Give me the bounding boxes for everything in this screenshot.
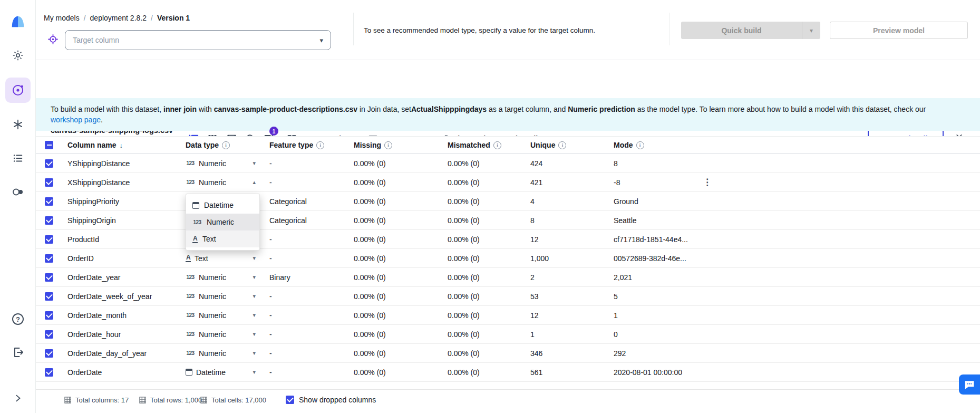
show-dropped-checkbox[interactable] [286,396,294,404]
data-type-select[interactable]: Datetime ▾ [186,368,264,377]
breadcrumb-item[interactable]: My models [44,14,80,22]
info-icon[interactable] [636,141,644,149]
header-missing: Missing [348,141,442,149]
info-icon[interactable] [316,141,324,149]
row-checkbox[interactable] [45,349,53,358]
canvas-logo[interactable] [0,10,36,33]
row-checkbox[interactable] [45,178,53,187]
header-column-name[interactable]: Column name ↓ [62,141,180,149]
data-type-select[interactable]: 123 Numeric ▾ [186,273,264,282]
expand-sidebar-button[interactable] [0,387,36,410]
sidebar-item-help[interactable] [0,308,36,331]
sidebar-item-datasets[interactable] [0,180,36,204]
preview-model-button[interactable]: Preview model [830,22,968,39]
table-row[interactable]: OrderDate_week_of_year 123 Numeric ▾ - 0… [36,287,980,306]
data-type-select[interactable]: 123 Numeric ▾ [186,292,264,301]
sidebar-item-settings[interactable] [0,44,36,67]
info-icon[interactable] [384,141,392,149]
dropdown-item-numeric[interactable]: 123Numeric [186,214,259,230]
total-columns-stat: Total columns: 17 [64,396,129,404]
row-checkbox[interactable] [45,273,53,282]
row-checkbox[interactable] [45,159,53,168]
data-type-select[interactable]: 123 Numeric ▾ [186,330,264,339]
header-mismatched: Mismatched [442,141,525,149]
missing-cell: 0.00% (0) [348,197,442,206]
breadcrumb-item[interactable]: deployment 2.8.2 [90,14,147,22]
data-type-select[interactable]: 123 Numeric ▾ [186,311,264,320]
quick-build-dropdown-button[interactable]: ▾ [802,22,820,39]
unique-cell: 421 [525,178,608,187]
mode-cell: Ground [608,197,697,206]
dropdown-item-datetime[interactable]: Datetime [186,197,259,214]
divider [669,13,669,45]
column-name-cell: OrderDate_day_of_year [62,349,180,358]
table-row[interactable]: OrderDate Datetime ▾ - 0.00% (0) 0.00% (… [36,363,980,382]
row-checkbox[interactable] [45,235,53,244]
divider [353,13,354,45]
row-checkbox[interactable] [45,254,53,263]
row-checkbox[interactable] [45,311,53,320]
data-type-select[interactable]: 123 Numeric ▾ [186,159,264,168]
mismatched-cell: 0.00% (0) [442,216,525,225]
table-row[interactable]: OrderDate_hour 123 Numeric ▾ - 0.00% (0)… [36,325,980,344]
info-icon[interactable] [493,141,501,149]
unique-cell: 2 [525,273,608,282]
unique-cell: 346 [525,349,608,358]
row-checkbox[interactable] [45,197,53,206]
data-type-select[interactable]: 123 Numeric ▴ [186,178,264,187]
table-row[interactable]: XShippingDistance 123 Numeric ▴ - 0.00% … [36,173,980,192]
data-type-icon: 123 [186,330,195,338]
data-type-select[interactable]: A Text ▾ [186,254,264,263]
info-icon[interactable] [558,141,566,149]
data-type-icon: 123 [186,349,195,357]
table-row[interactable]: OrderDate_day_of_year 123 Numeric ▾ - 0.… [36,344,980,363]
row-actions-kebab[interactable]: ⋮ [703,177,712,187]
target-column-select[interactable]: Target column ▾ [65,30,331,50]
data-type-icon: A [186,254,191,262]
chevron-down-icon: ▾ [253,293,256,300]
select-all-checkbox[interactable] [45,141,53,149]
sidebar-item-model-list[interactable] [0,147,36,170]
grid-icon [139,396,147,404]
row-checkbox[interactable] [45,368,53,377]
grid-icon [64,396,72,404]
missing-cell: 0.00% (0) [348,235,442,244]
breadcrumb[interactable]: My models/deployment 2.8.2/Version 1 [44,14,190,22]
chat-widget-button[interactable] [959,374,980,395]
mode-cell: 2020-08-01 00:00:00 [608,368,697,377]
table-row[interactable]: OrderID A Text ▾ - 0.00% (0) 0.00% (0) 1… [36,249,980,268]
mode-cell: Seattle [608,216,697,225]
row-checkbox[interactable] [45,330,53,339]
table-body: YShippingDistance 123 Numeric ▾ - 0.00% … [36,154,980,382]
sidebar-item-ready-to-use[interactable] [0,113,36,136]
table-row[interactable]: ShippingPriority Categorical 0.00% (0) 0… [36,192,980,211]
feature-type-cell: - [264,178,348,187]
dropdown-item-text[interactable]: AText [186,230,259,247]
workshop-page-link[interactable]: workshop page [51,116,101,124]
missing-cell: 0.00% (0) [348,368,442,377]
row-checkbox[interactable] [45,216,53,225]
table-row[interactable]: OrderDate_month 123 Numeric ▾ - 0.00% (0… [36,306,980,325]
mode-cell: 0 [608,330,697,339]
row-checkbox[interactable] [45,292,53,301]
missing-cell: 0.00% (0) [348,254,442,263]
data-type-dropdown: Datetime123NumericAText [186,194,260,251]
chevron-down-icon: ▾ [253,331,256,338]
chat-bubble-icon [964,379,975,390]
feature-type-cell: - [264,159,348,168]
dropdown-item-label: Numeric [207,218,234,226]
table-row[interactable]: ProductId - 0.00% (0) 0.00% (0) 12 cf717… [36,230,980,249]
sidebar-item-logout[interactable] [0,341,36,364]
header-feature-type: Feature type [264,141,348,149]
table-row[interactable]: OrderDate_year 123 Numeric ▾ Binary 0.00… [36,268,980,287]
chevron-down-icon: ▾ [253,160,256,167]
table-row[interactable]: ShippingOrigin Categorical 0.00% (0) 0.0… [36,211,980,230]
table-row[interactable]: YShippingDistance 123 Numeric ▾ - 0.00% … [36,154,980,173]
show-dropped-columns-toggle[interactable]: Show dropped columns [286,396,376,404]
sidebar-item-my-models[interactable] [5,78,31,103]
data-type-select[interactable]: 123 Numeric ▾ [186,349,264,358]
info-icon[interactable] [222,141,230,149]
chevron-down-icon: ▾ [253,312,256,319]
quick-build-button[interactable]: Quick build [681,22,802,39]
data-type-label: Numeric [199,311,226,320]
